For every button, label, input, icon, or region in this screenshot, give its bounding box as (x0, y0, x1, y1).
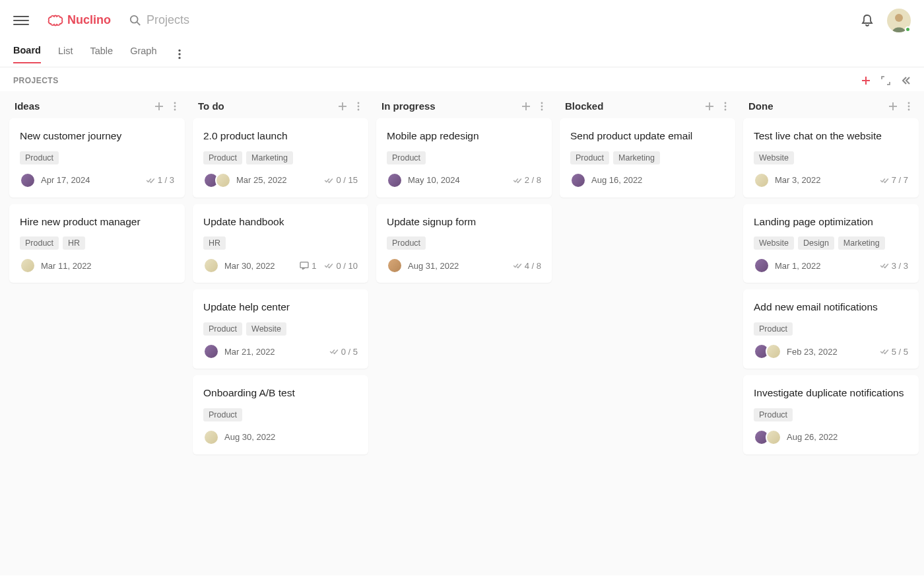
svg-point-23 (541, 108, 543, 110)
card[interactable]: Update help centerProductWebsiteMar 21, … (193, 289, 368, 369)
column-more-icon[interactable] (721, 102, 730, 111)
progress-count: 7 / 7 (880, 175, 908, 185)
card[interactable]: Update handbookHRMar 30, 202210 / 10 (193, 204, 368, 283)
svg-point-33 (908, 108, 910, 110)
card-avatars (754, 258, 770, 273)
tag: HR (63, 236, 85, 250)
card[interactable]: Send product update emailProductMarketin… (560, 118, 735, 198)
tag: Product (754, 322, 793, 336)
add-card-icon[interactable] (521, 102, 531, 111)
card[interactable]: Mobile app redesignProductMay 10, 20242 … (376, 118, 552, 198)
search-input[interactable]: Projects (129, 13, 189, 27)
tag: Product (754, 408, 793, 421)
card-avatars (20, 172, 36, 188)
card-date: Aug 30, 2022 (224, 432, 275, 442)
card[interactable]: 2.0 product launchProductMarketingMar 25… (193, 118, 368, 198)
card-avatars (754, 343, 781, 359)
card[interactable]: Landing page optimizationWebsiteDesignMa… (743, 204, 919, 283)
card[interactable]: Investigate duplicate notificationsProdu… (743, 375, 919, 454)
column-more-icon[interactable] (354, 102, 363, 111)
collapse-icon[interactable] (900, 75, 911, 86)
progress-count: 0 / 5 (329, 347, 358, 357)
card-avatars (203, 343, 219, 359)
card-footer: Aug 30, 2022 (203, 429, 358, 445)
column-header: To do (193, 91, 368, 118)
card-title: Send product update email (570, 129, 725, 143)
card-footer: Mar 30, 202210 / 10 (203, 258, 358, 273)
avatar-icon (203, 343, 219, 359)
progress-count: 4 / 8 (513, 261, 541, 271)
add-card-icon[interactable] (338, 102, 347, 111)
card-footer: Feb 23, 20225 / 5 (754, 343, 908, 359)
card-footer: Mar 3, 20227 / 7 (754, 172, 908, 188)
card-avatars (203, 258, 219, 273)
tag: Product (570, 151, 609, 164)
svg-point-32 (908, 105, 910, 107)
svg-point-2 (895, 14, 903, 22)
svg-rect-18 (300, 262, 308, 268)
card-avatars (203, 172, 231, 188)
avatar-icon (20, 258, 36, 273)
card-title: New customer journey (20, 129, 174, 143)
tab-more-icon[interactable] (174, 48, 185, 60)
column-done: DoneTest live chat on the websiteWebsite… (743, 91, 919, 562)
tag: Marketing (246, 151, 293, 164)
card[interactable]: Add new email notificationsProductFeb 23… (743, 289, 919, 369)
card-date: Aug 26, 2022 (787, 432, 838, 442)
card[interactable]: Hire new product managerProductHRMar 11,… (9, 204, 185, 283)
card-title: Hire new product manager (20, 215, 174, 229)
column-header: Ideas (9, 91, 185, 118)
svg-point-27 (725, 105, 727, 107)
tag: Website (754, 151, 794, 164)
menu-icon[interactable] (13, 13, 29, 28)
card[interactable]: New customer journeyProductApr 17, 20241… (9, 118, 185, 198)
card-date: May 10, 2024 (408, 175, 460, 185)
notification-icon[interactable] (861, 14, 874, 27)
card-title: Test live chat on the website (754, 129, 908, 143)
add-card-icon[interactable] (705, 102, 714, 111)
column-more-icon[interactable] (904, 102, 913, 111)
tab-table[interactable]: Table (90, 46, 113, 63)
avatar-icon (203, 429, 219, 445)
card-date: Apr 17, 2024 (41, 175, 90, 185)
svg-point-11 (174, 105, 176, 107)
board: IdeasNew customer journeyProductApr 17, … (0, 91, 924, 575)
tab-graph[interactable]: Graph (130, 46, 156, 63)
tag: Website (754, 236, 794, 250)
add-card-icon[interactable] (888, 102, 898, 111)
card-meta: 7 / 7 (880, 175, 908, 185)
card-tags: Product (203, 408, 358, 421)
card-tags: ProductHR (20, 236, 174, 250)
avatar-icon (387, 172, 403, 188)
card[interactable]: Update signup formProductAug 31, 20224 /… (376, 204, 552, 283)
card-avatars (754, 172, 770, 188)
header: Nuclino Projects (0, 0, 924, 41)
logo[interactable]: Nuclino (48, 13, 111, 27)
card[interactable]: Onboarding A/B testProductAug 30, 2022 (193, 375, 368, 454)
card[interactable]: Test live chat on the websiteWebsiteMar … (743, 118, 919, 198)
card-title: Investigate duplicate notifications (754, 386, 908, 400)
user-avatar[interactable] (887, 9, 911, 32)
add-icon[interactable] (861, 75, 871, 86)
tab-board[interactable]: Board (13, 45, 41, 63)
add-card-icon[interactable] (154, 102, 164, 111)
card-footer: Mar 21, 20220 / 5 (203, 343, 358, 359)
card-meta: 5 / 5 (880, 347, 908, 357)
card-title: Landing page optimization (754, 215, 908, 229)
card-date: Mar 30, 2022 (224, 261, 275, 271)
status-dot-online (905, 26, 911, 32)
svg-point-26 (725, 102, 727, 104)
column-more-icon[interactable] (537, 102, 546, 111)
tab-list[interactable]: List (58, 46, 73, 63)
svg-point-31 (908, 102, 910, 104)
column-more-icon[interactable] (170, 102, 180, 111)
card-date: Aug 31, 2022 (408, 261, 459, 271)
svg-point-16 (358, 105, 360, 107)
expand-icon[interactable] (880, 75, 891, 86)
card-footer: May 10, 20242 / 8 (387, 172, 541, 188)
card-avatars (203, 429, 219, 445)
card-date: Mar 21, 2022 (224, 347, 275, 357)
brain-icon (48, 15, 63, 26)
svg-point-4 (179, 53, 181, 55)
svg-point-22 (541, 105, 543, 107)
